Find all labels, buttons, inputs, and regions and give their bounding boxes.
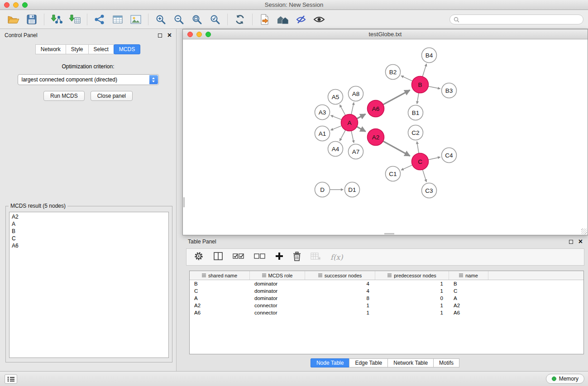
network-close-button[interactable] bbox=[187, 32, 193, 37]
table-row[interactable]: Bdominator41B bbox=[190, 280, 583, 287]
add-column-button[interactable] bbox=[275, 252, 283, 262]
column-header-shared-name[interactable]: shared name bbox=[190, 271, 250, 280]
save-session-button[interactable] bbox=[23, 12, 41, 27]
graph-node-B1[interactable]: B1 bbox=[408, 105, 423, 120]
control-tab-network[interactable]: Network bbox=[35, 44, 66, 54]
zoom-fit-button[interactable] bbox=[188, 12, 206, 27]
graph-node-A[interactable]: A bbox=[341, 114, 358, 131]
show-graphics-button[interactable] bbox=[310, 12, 328, 27]
graph-node-D1[interactable]: D1 bbox=[345, 182, 360, 197]
graph-node-A1[interactable]: A1 bbox=[315, 126, 330, 141]
svg-text:A2: A2 bbox=[372, 134, 380, 141]
select-all-icon bbox=[233, 253, 244, 259]
task-history-button[interactable] bbox=[5, 374, 17, 384]
float-panel-icon[interactable] bbox=[158, 33, 162, 38]
column-header-predecessor-nodes[interactable]: predecessor nodes bbox=[375, 271, 449, 280]
column-header-name[interactable]: name bbox=[449, 271, 488, 280]
column-sort-icon bbox=[262, 273, 266, 277]
table-tab-node-table[interactable]: Node Table bbox=[311, 358, 350, 367]
graph-node-C1[interactable]: C1 bbox=[386, 167, 401, 181]
control-tab-mcds[interactable]: MCDS bbox=[114, 44, 140, 54]
network-window-titlebar: testGlobe.txt bbox=[183, 29, 588, 39]
zoom-in-button[interactable] bbox=[152, 12, 170, 27]
criterion-dropdown[interactable]: largest connected component (directed) bbox=[18, 74, 159, 85]
hide-graphics-button[interactable] bbox=[292, 12, 310, 27]
minimize-window-button[interactable] bbox=[13, 2, 19, 8]
new-network-button[interactable] bbox=[91, 12, 109, 27]
vertical-scrollbar[interactable] bbox=[183, 197, 185, 207]
mcds-result-item[interactable]: A2 bbox=[10, 213, 168, 220]
close-table-panel-icon[interactable]: × bbox=[578, 238, 583, 245]
network-table-button[interactable] bbox=[109, 12, 127, 27]
column-header-MCDS-role[interactable]: MCDS role bbox=[250, 271, 305, 280]
show-columns-button[interactable] bbox=[213, 252, 223, 262]
refresh-button[interactable] bbox=[231, 12, 249, 27]
graph-node-B[interactable]: B bbox=[412, 76, 429, 93]
table-cell: 1 bbox=[375, 309, 449, 316]
network-minimize-button[interactable] bbox=[196, 32, 202, 37]
mcds-result-item[interactable]: A6 bbox=[10, 242, 168, 249]
import-network-button[interactable] bbox=[48, 12, 66, 27]
mcds-result-item[interactable]: C bbox=[10, 235, 168, 242]
graph-edge-A-A5 bbox=[339, 105, 345, 115]
dropdown-stepper-icon bbox=[149, 75, 158, 84]
mcds-result-item[interactable]: A bbox=[10, 220, 168, 228]
mcds-result-list[interactable]: A2ABCA6 bbox=[9, 212, 169, 358]
table-tab-network-table[interactable]: Network Table bbox=[387, 358, 434, 367]
close-window-button[interactable] bbox=[4, 2, 10, 8]
delete-column-button[interactable] bbox=[293, 252, 301, 263]
graph-node-A4[interactable]: A4 bbox=[328, 142, 343, 157]
zoom-out-button[interactable] bbox=[170, 12, 188, 27]
home-button[interactable] bbox=[274, 12, 292, 27]
table-row[interactable]: Cdominator41C bbox=[190, 287, 583, 295]
import-table-button[interactable] bbox=[66, 12, 84, 27]
table-row[interactable]: Adominator80A bbox=[190, 295, 583, 302]
eye-icon bbox=[313, 15, 325, 24]
graph-node-D[interactable]: D bbox=[315, 182, 330, 197]
search-input[interactable] bbox=[462, 16, 579, 23]
export-document-button[interactable] bbox=[256, 12, 274, 27]
graph-node-A3[interactable]: A3 bbox=[315, 105, 330, 120]
graph-node-A7[interactable]: A7 bbox=[349, 144, 363, 159]
graph-node-C3[interactable]: C3 bbox=[422, 183, 437, 198]
resize-handle[interactable] bbox=[581, 229, 587, 234]
column-sort-icon bbox=[202, 273, 206, 277]
graph-node-A5[interactable]: A5 bbox=[328, 90, 343, 105]
graph-node-A6[interactable]: A6 bbox=[368, 100, 384, 117]
network-canvas[interactable]: B4B2BB3A8A5A6A3B1AC2A1A2A4A7C4CC1DD1C3 bbox=[183, 40, 587, 234]
close-panel-button[interactable]: Close panel bbox=[91, 91, 133, 101]
table-settings-button[interactable] bbox=[194, 251, 204, 263]
graph-node-A2[interactable]: A2 bbox=[368, 129, 384, 146]
export-image-button[interactable] bbox=[127, 12, 145, 27]
table-tab-motifs[interactable]: Motifs bbox=[433, 358, 459, 367]
function-builder-button[interactable]: f(x) bbox=[330, 253, 343, 262]
horizontal-scrollbar[interactable] bbox=[384, 233, 394, 234]
graph-node-C4[interactable]: C4 bbox=[442, 148, 457, 163]
refresh-icon bbox=[234, 14, 245, 25]
graph-node-A8[interactable]: A8 bbox=[349, 86, 363, 101]
table-tab-edge-table[interactable]: Edge Table bbox=[349, 358, 388, 367]
control-tab-select[interactable]: Select bbox=[88, 44, 114, 54]
graph-node-C[interactable]: C bbox=[412, 153, 429, 170]
memory-status-icon bbox=[552, 376, 556, 381]
control-tab-style[interactable]: Style bbox=[66, 44, 89, 54]
graph-node-B3[interactable]: B3 bbox=[442, 83, 457, 98]
open-session-button[interactable] bbox=[5, 12, 23, 27]
zoom-selected-button[interactable] bbox=[206, 12, 224, 27]
graph-node-C2[interactable]: C2 bbox=[408, 125, 423, 140]
column-header-successor-nodes[interactable]: successor nodes bbox=[305, 271, 375, 280]
graph-node-B2[interactable]: B2 bbox=[386, 65, 401, 80]
memory-button[interactable]: Memory bbox=[546, 374, 584, 384]
graph-node-B4[interactable]: B4 bbox=[422, 48, 437, 63]
network-zoom-button[interactable] bbox=[206, 32, 211, 37]
mcds-result-item[interactable]: B bbox=[10, 228, 168, 235]
run-mcds-button[interactable]: Run MCDS bbox=[43, 91, 85, 101]
import-table-data-button[interactable] bbox=[311, 252, 321, 262]
float-table-panel-icon[interactable] bbox=[569, 240, 573, 244]
select-all-button[interactable] bbox=[233, 253, 244, 261]
table-row[interactable]: A2connector11A2 bbox=[190, 302, 583, 309]
table-row[interactable]: A6connector11A6 bbox=[190, 309, 583, 316]
deselect-all-button[interactable] bbox=[254, 253, 266, 261]
zoom-window-button[interactable] bbox=[22, 2, 28, 8]
close-panel-icon[interactable]: × bbox=[167, 32, 172, 38]
